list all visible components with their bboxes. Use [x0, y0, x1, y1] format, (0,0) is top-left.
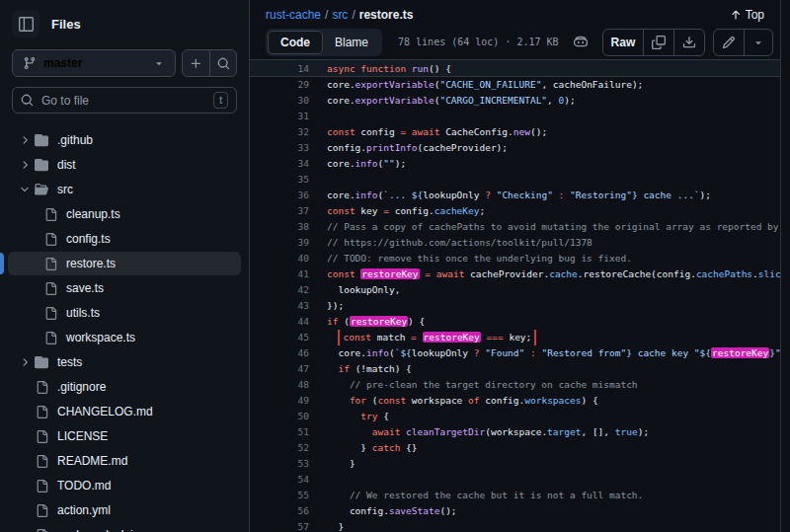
line-number[interactable]: 57	[250, 519, 319, 532]
line-number[interactable]: 38	[250, 219, 319, 235]
tree-file-save.ts[interactable]: save.ts	[8, 276, 241, 300]
line-number[interactable]: 14	[250, 60, 319, 76]
file-icon	[34, 455, 49, 468]
line-number[interactable]: 31	[250, 109, 319, 124]
line-content	[319, 172, 780, 188]
line-content	[319, 472, 780, 488]
code-line-57: 57 }	[250, 519, 780, 532]
line-content: lookupOnly,	[319, 282, 780, 298]
goto-file-placeholder: Go to file	[41, 94, 205, 108]
tree-item-label: restore.ts	[66, 257, 116, 270]
code-blame-switch: CodeBlame	[266, 29, 382, 56]
line-number[interactable]: 51	[250, 424, 319, 440]
breadcrumb-link[interactable]: src	[332, 8, 348, 22]
tab-code[interactable]: Code	[268, 31, 323, 54]
line-number[interactable]: 33	[250, 140, 319, 156]
sticky-context-line: 14async function run() {	[250, 60, 780, 77]
line-number[interactable]: 29	[250, 77, 319, 93]
tree-item-label: src	[57, 183, 73, 196]
copilot-button[interactable]	[567, 29, 594, 56]
line-number[interactable]: 43	[250, 298, 319, 314]
folder-open-icon	[34, 183, 49, 196]
line-number[interactable]: 56	[250, 503, 319, 519]
breadcrumb-row: rust-cache/src/restore.ts Top	[250, 0, 780, 25]
breadcrumb-separator: /	[325, 8, 328, 22]
copilot-icon	[573, 35, 589, 50]
download-button[interactable]	[673, 30, 704, 55]
tree-file-config.ts[interactable]: config.ts	[8, 227, 241, 251]
tree-file-CHANGELOG.md[interactable]: CHANGELOG.md	[8, 400, 241, 423]
tree-file-package-lock.json[interactable]: package-lock.json	[8, 523, 241, 532]
line-number[interactable]: 39	[250, 235, 319, 251]
line-number[interactable]: 45	[250, 330, 319, 345]
tree-folder-dist[interactable]: dist	[8, 153, 241, 177]
branch-row: master	[0, 45, 249, 83]
line-number[interactable]: 53	[250, 456, 319, 472]
line-number[interactable]: 44	[250, 314, 319, 330]
copy-raw-button[interactable]	[643, 30, 673, 55]
line-content: async function run() {	[319, 60, 780, 76]
tree-file-cleanup.ts[interactable]: cleanup.ts	[8, 202, 241, 226]
new-branch-button[interactable]	[183, 50, 209, 76]
tree-file-action.yml[interactable]: action.yml	[8, 498, 241, 522]
line-number[interactable]: 35	[250, 172, 319, 188]
line-content: });	[319, 298, 780, 314]
code-line-51: 51 await cleanTargetDir(workspace.target…	[250, 424, 780, 440]
folder-icon	[34, 355, 49, 369]
edit-dropdown-button[interactable]	[744, 30, 772, 55]
tree-item-label: .gitignore	[57, 380, 106, 394]
code-line-44: 44if (restoreKey) {	[250, 314, 780, 330]
line-number[interactable]: 36	[250, 188, 319, 203]
edit-file-button[interactable]	[714, 30, 744, 55]
line-content: }	[319, 519, 780, 532]
tree-folder-.github[interactable]: .github	[8, 128, 241, 152]
chevron-down-icon	[153, 57, 165, 69]
raw-button[interactable]: Raw	[603, 30, 644, 55]
file-icon	[34, 430, 49, 443]
line-number[interactable]: 47	[250, 361, 319, 377]
tab-blame[interactable]: Blame	[323, 31, 380, 54]
tree-item-label: LICENSE	[57, 429, 108, 443]
line-number[interactable]: 46	[250, 345, 319, 361]
code-line-37: 37const key = config.cacheKey;	[250, 203, 780, 219]
tree-file-utils.ts[interactable]: utils.ts	[8, 301, 241, 325]
line-number[interactable]: 30	[250, 93, 319, 109]
line-number[interactable]: 34	[250, 156, 319, 172]
collapse-sidebar-button[interactable]	[12, 10, 40, 38]
line-content: const match = restoreKey === key;	[319, 330, 780, 345]
back-to-top-link[interactable]: Top	[730, 8, 764, 22]
line-number[interactable]: 52	[250, 440, 319, 456]
line-number[interactable]: 37	[250, 203, 319, 219]
line-number[interactable]: 49	[250, 393, 319, 409]
search-branches-button[interactable]	[209, 50, 236, 76]
line-number[interactable]: 48	[250, 377, 319, 393]
code-line-29: 29core.exportVariable("CACHE_ON_FAILURE"…	[250, 77, 780, 93]
tree-file-.gitignore[interactable]: .gitignore	[8, 375, 241, 399]
line-number[interactable]: 42	[250, 282, 319, 298]
tree-file-TODO.md[interactable]: TODO.md	[8, 474, 241, 497]
breadcrumb-link[interactable]: rust-cache	[266, 8, 321, 22]
line-number[interactable]: 32	[250, 124, 319, 140]
branch-selector[interactable]: master	[12, 49, 176, 77]
line-number[interactable]: 41	[250, 266, 319, 282]
line-number[interactable]: 54	[250, 472, 319, 488]
line-number[interactable]: 40	[250, 251, 319, 266]
main-content: rust-cache/src/restore.ts Top CodeBlame …	[250, 0, 790, 532]
tree-file-README.md[interactable]: README.md	[8, 449, 241, 473]
line-content: const restoreKey = await cacheProvider.c…	[319, 266, 780, 282]
code-line-49: 49 for (const workspace of config.worksp…	[250, 393, 780, 409]
goto-file-shortcut: t	[213, 92, 228, 109]
tree-folder-src[interactable]: src	[8, 178, 241, 201]
line-number[interactable]: 55	[250, 488, 319, 503]
tree-item-label: config.ts	[66, 232, 111, 246]
tree-file-LICENSE[interactable]: LICENSE	[8, 424, 241, 448]
line-number[interactable]: 50	[250, 409, 319, 424]
line-content: core.exportVariable("CACHE_ON_FAILURE", …	[319, 77, 780, 93]
tree-file-workspace.ts[interactable]: workspace.ts	[8, 326, 241, 349]
tree-file-restore.ts[interactable]: restore.ts	[8, 252, 241, 275]
right-gutter	[781, 0, 790, 532]
goto-file-row: Go to file t	[0, 83, 249, 121]
goto-file-input[interactable]: Go to file t	[12, 87, 237, 114]
tree-folder-tests[interactable]: tests	[8, 350, 241, 374]
git-branch-icon	[23, 56, 37, 70]
